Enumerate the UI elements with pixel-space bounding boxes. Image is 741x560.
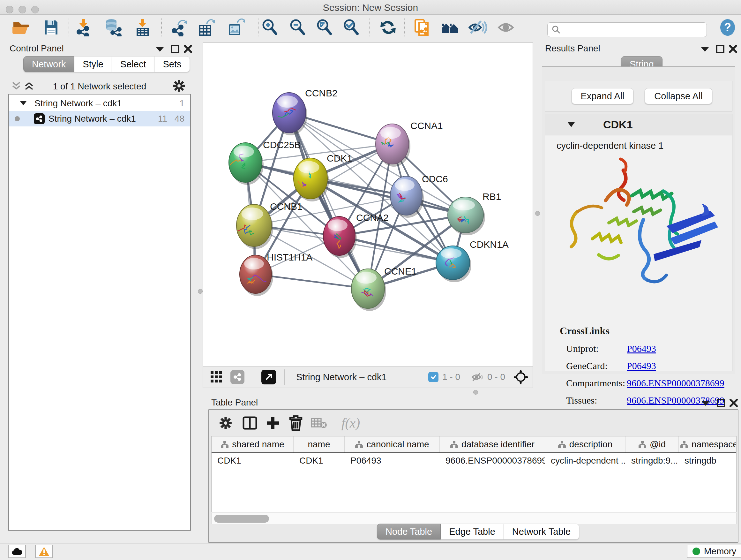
grid-mode-icon[interactable] <box>210 371 223 383</box>
export-image-button[interactable] <box>226 18 246 37</box>
string-network-graph[interactable]: CCNB2CCNA1CDC25BCDK1CDC6RB1CCNB1CCNA2CDK… <box>203 43 533 366</box>
column-type-icon <box>220 441 229 448</box>
column-header-canonical-name[interactable]: canonical name <box>345 436 440 452</box>
cloud-status-button[interactable] <box>8 545 26 558</box>
network-view-title: String Network – cdk1 <box>296 372 387 382</box>
tab-sets[interactable]: Sets <box>154 56 190 72</box>
delete-column-button[interactable] <box>286 413 306 433</box>
float-panel-icon[interactable] <box>171 45 179 53</box>
table-panel-box: f(x) shared namenamecanonical namedataba… <box>208 409 738 543</box>
collapse-panel-icon[interactable] <box>701 47 709 52</box>
save-session-button[interactable] <box>42 18 61 37</box>
tab-select[interactable]: Select <box>112 56 155 72</box>
network-view[interactable]: CCNB2CCNA1CDC25BCDK1CDC6RB1CCNB1CCNA2CDK… <box>203 43 533 366</box>
node-CDKN1A[interactable] <box>436 246 471 282</box>
eye-icon <box>497 18 516 37</box>
table-cell[interactable]: CDK1 <box>212 453 293 469</box>
memory-button[interactable]: Memory <box>687 545 741 558</box>
crosslink-link[interactable]: P06493 <box>627 361 656 371</box>
duplicate-network-button[interactable] <box>413 18 432 37</box>
table-import-icon <box>134 18 151 37</box>
expand-all-button[interactable]: Expand All <box>571 88 633 104</box>
collapse-all-button[interactable]: Collapse All <box>645 88 712 104</box>
zoom-fit-button[interactable] <box>315 18 334 37</box>
node-CCNE1[interactable] <box>351 269 386 311</box>
bottom-splitter-handle[interactable] <box>473 390 478 395</box>
create-column-button[interactable] <box>263 413 283 433</box>
table-cell[interactable]: stringdb:9... <box>625 453 679 469</box>
first-neighbors-button[interactable] <box>441 18 460 37</box>
column-header-namespace[interactable]: namespace <box>679 436 737 452</box>
scrollbar-thumb[interactable] <box>214 515 269 523</box>
tab-network-table[interactable]: Network Table <box>504 523 579 540</box>
table-cell[interactable]: 9606.ENSP00000378699 <box>440 453 545 469</box>
column-header-description[interactable]: description <box>545 436 625 452</box>
float-panel-icon[interactable] <box>717 399 725 407</box>
delete-table-button[interactable] <box>309 413 329 433</box>
left-splitter-handle[interactable] <box>198 289 203 294</box>
export-table-button[interactable] <box>197 18 216 37</box>
import-table-button[interactable] <box>133 18 152 37</box>
show-columns-button[interactable] <box>240 413 260 433</box>
column-header-shared-name[interactable]: shared name <box>212 436 293 452</box>
zoom-out-button[interactable] <box>288 18 307 37</box>
crosshair-icon[interactable] <box>514 370 528 384</box>
table-cell[interactable]: P06493 <box>345 453 440 469</box>
column-header-name[interactable]: name <box>293 436 345 452</box>
tab-style[interactable]: Style <box>74 56 112 72</box>
table-cell[interactable]: cyclin-dependent ... <box>545 453 625 469</box>
search-bar[interactable] <box>547 22 707 37</box>
network-options-gear-icon[interactable] <box>172 79 186 92</box>
table-options-button[interactable] <box>216 413 235 433</box>
collection-expand-icon[interactable] <box>20 101 27 106</box>
tab-edge-table[interactable]: Edge Table <box>441 523 504 540</box>
hide-selected-button[interactable] <box>468 18 487 37</box>
show-all-button[interactable] <box>497 18 516 37</box>
table-cell[interactable]: CDK1 <box>293 453 345 469</box>
function-builder-button[interactable]: f(x) <box>333 413 368 433</box>
tab-node-table[interactable]: Node Table <box>377 523 441 540</box>
apply-layout-button[interactable] <box>379 18 398 37</box>
collapse-panel-icon[interactable] <box>701 401 710 407</box>
warnings-button[interactable] <box>35 545 53 558</box>
table-cell[interactable]: stringdb <box>679 453 737 469</box>
export-network-button[interactable] <box>170 18 189 37</box>
network-row-selected[interactable]: String Network – cdk1 11 48 <box>9 111 190 126</box>
import-network-from-database-button[interactable] <box>104 18 123 37</box>
open-session-button[interactable] <box>11 18 30 37</box>
help-button[interactable]: ? <box>718 18 737 37</box>
close-panel-icon[interactable] <box>184 45 192 53</box>
node-CDC6[interactable] <box>390 176 424 218</box>
search-input[interactable] <box>561 25 701 35</box>
birdseye-view-icon[interactable] <box>261 370 276 384</box>
node-CCNA1[interactable] <box>376 124 410 167</box>
column-header-database-identifier[interactable]: database identifier <box>440 436 545 452</box>
close-panel-icon[interactable] <box>729 45 737 53</box>
protein-header[interactable]: CDK1 <box>545 114 732 135</box>
column-header-label: namespace <box>691 439 737 449</box>
network-collection-row[interactable]: String Network – cdk1 1 <box>9 96 190 111</box>
node-CCNA2[interactable] <box>323 216 357 258</box>
crosslink-link[interactable]: 9606.ENSP00000378699 <box>627 378 724 388</box>
node-CCNB1[interactable] <box>237 204 273 249</box>
zoom-selected-button[interactable] <box>342 18 361 37</box>
collapse-panel-icon[interactable] <box>156 47 164 52</box>
close-panel-icon[interactable] <box>730 399 738 407</box>
crosslink-label: Compartments: <box>566 378 627 388</box>
zoom-in-button[interactable] <box>260 18 280 37</box>
node-CDK1[interactable] <box>293 158 329 201</box>
node-RB1[interactable] <box>448 197 485 235</box>
table-row[interactable]: CDK1CDK1P064939606.ENSP00000378699cyclin… <box>212 453 736 469</box>
node-label-CDK1: CDK1 <box>327 153 352 164</box>
node-CCNB2[interactable] <box>273 92 307 135</box>
crosslink-link[interactable]: P06493 <box>627 343 656 354</box>
node-table[interactable]: shared namenamecanonical namedatabase id… <box>211 436 737 512</box>
table-horizontal-scrollbar[interactable] <box>211 513 737 524</box>
tab-network[interactable]: Network <box>23 56 74 72</box>
collapse-section-icon[interactable] <box>567 122 575 127</box>
string-view-icon[interactable] <box>230 370 245 384</box>
import-network-button[interactable] <box>74 18 93 37</box>
column-header-@id[interactable]: @id <box>625 436 679 452</box>
float-panel-icon[interactable] <box>716 45 724 53</box>
right-splitter-handle[interactable] <box>535 211 540 216</box>
